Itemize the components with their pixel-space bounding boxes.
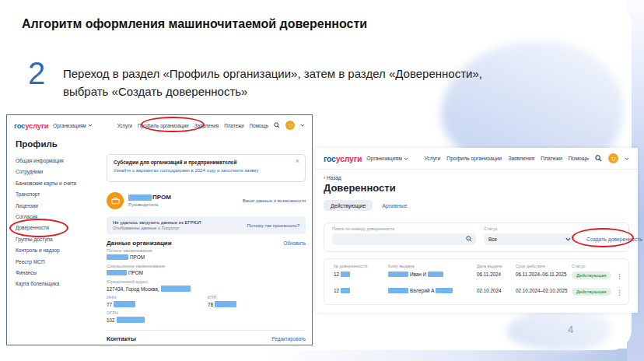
redacted-box [215, 301, 236, 307]
chevron-down-icon[interactable] [625, 157, 629, 160]
annotation-ellipse-powers [9, 219, 68, 237]
power-number: 12 [334, 272, 350, 277]
back-label: Назад [327, 175, 341, 180]
sidebar-item-finance[interactable]: Финансы [16, 270, 103, 281]
col-number: № доверенности [334, 264, 367, 268]
nav-applications[interactable]: Заявления [508, 156, 534, 161]
search-icon[interactable] [274, 122, 280, 128]
chevron-down-icon[interactable] [300, 124, 305, 127]
validity-period: 06.11.2024–06.11.2025 [516, 272, 567, 277]
status-field-label: Статус [484, 226, 576, 231]
redacted-box [114, 301, 135, 307]
audience-label: Организациям [53, 123, 86, 128]
audience-dropdown[interactable]: Организациям [366, 156, 408, 161]
field-label: ИНН [107, 295, 135, 300]
field-full-name: Полное наименование ПРОМ [107, 248, 152, 260]
org-name: ПРОМ [128, 194, 171, 201]
refresh-link[interactable]: Обновить [283, 240, 306, 246]
redacted-box [161, 286, 191, 292]
why-happened-link[interactable]: Почему так произошло? [247, 223, 300, 228]
tab-active-powers[interactable]: Действующие [324, 200, 373, 211]
logo-part-uslugi: услуги [336, 154, 362, 163]
status-badge: Действующая [572, 272, 611, 279]
sidebar-item-general-info[interactable]: Общая информация [16, 158, 103, 169]
nav-org-profile[interactable]: Профиль организации [446, 156, 502, 161]
issued-to: Валерий А [388, 288, 453, 293]
nav-services[interactable]: Услуги [424, 156, 440, 161]
field-inn: ИНН 77 [107, 295, 135, 307]
gosuslugi-logo[interactable]: госуслуги [14, 121, 48, 130]
field-label: Юридический адрес [107, 279, 191, 284]
sidebar-item-licenses[interactable]: Лицензии [16, 203, 103, 214]
banner-link[interactable]: Узнайте о вариантах господдержки в 2024 … [114, 168, 299, 173]
org-data-heading: Данные организации [107, 240, 172, 247]
search-field-label: Поиск по номеру доверенности [332, 226, 476, 231]
org-meta: ПРОМ Руководитель [128, 194, 171, 207]
tab-archived-powers[interactable]: Архивные [382, 203, 407, 209]
sidebar-item-msp-register[interactable]: Реестр МСП [16, 259, 103, 270]
chevron-down-icon [404, 157, 408, 160]
sidebar-item-control-supervision[interactable]: Контроль и надзор [16, 247, 103, 258]
audience-dropdown[interactable]: Организациям [53, 123, 92, 128]
close-icon[interactable]: × [296, 157, 299, 165]
subsidies-banner: Субсидии для организаций и предпринимате… [107, 154, 306, 182]
organization-card: ПРОМ Руководитель Ваши данные и возможно… [107, 188, 306, 213]
redacted-box [436, 288, 453, 293]
slide: Алгоритм оформления машиночитаемой довер… [0, 0, 644, 361]
power-number: 12 [334, 288, 350, 293]
nav-help[interactable]: Помощь [569, 156, 589, 161]
issue-date: 06.11.2024 [477, 272, 501, 277]
portal-header: госуслуги Организациям Услуги Профиль ор… [315, 148, 638, 170]
search-icon [466, 236, 472, 242]
field-legal-address: Юридический адрес 127434, Город Москва, [107, 279, 191, 292]
redacted-box [388, 288, 408, 293]
sidebar-item-bank-cards[interactable]: Банковские карты и счета [16, 180, 103, 191]
edit-link[interactable]: Редактировать [272, 336, 306, 342]
field-label: Сокращённое наименование [107, 264, 165, 268]
nav-services[interactable]: Услуги [117, 123, 132, 128]
nav-payments[interactable]: Платежи [224, 123, 244, 128]
page-title: Профиль [16, 139, 58, 149]
field-value: ПРОМ [128, 270, 143, 275]
sidebar-item-fan-card[interactable]: Карта болельщика [16, 281, 103, 292]
avatar-smiley-icon[interactable] [285, 121, 295, 130]
search-input[interactable] [332, 233, 476, 245]
sidebar-item-employees[interactable]: Сотрудники [16, 169, 103, 180]
annotation-ellipse-profile-org [141, 117, 205, 132]
page-title: Доверенности [324, 182, 396, 194]
sidebar-item-access-groups[interactable]: Группы доступа [16, 237, 103, 247]
your-data-link[interactable]: Ваши данные и возможности [243, 198, 306, 203]
kebab-menu-icon[interactable]: ⋮ [616, 289, 623, 296]
page-number: 4 [568, 324, 573, 335]
redacted-box [128, 195, 152, 201]
org-data-header: Данные организации Обновить [107, 240, 306, 247]
redacted-box [388, 272, 408, 277]
col-issue-date: Дата выдачи [477, 264, 502, 268]
field-value: ПРОМ [130, 254, 145, 260]
col-validity: Срок действия [516, 264, 545, 268]
portal-header: госуслуги Организациям Услуги Профиль ор… [7, 115, 312, 135]
nav-payments[interactable]: Платежи [541, 156, 562, 161]
status-select[interactable]: Все [484, 233, 576, 245]
validity-period: 02.10.2024–02.10.2025 [516, 288, 568, 293]
sidebar-item-transport[interactable]: Транспорт [16, 191, 103, 202]
portal-nav: Услуги Профиль организации Заявления Пла… [424, 153, 629, 163]
field-label: ОГРН [107, 310, 145, 315]
search-icon[interactable] [595, 155, 602, 162]
status-selected-value: Все [488, 237, 497, 242]
gosuslugi-logo[interactable]: госуслуги [324, 154, 362, 163]
back-link[interactable]: ‹ Назад [324, 175, 341, 180]
kebab-menu-icon[interactable]: ⋮ [616, 272, 623, 280]
audience-label: Организациям [366, 156, 402, 161]
issue-date: 02.10.2024 [477, 288, 502, 293]
notice-line1: Не удалось загрузить данные из ЕГРЮЛ [113, 220, 201, 225]
logo-part-uslugi: услуги [25, 121, 48, 130]
field-short-name: Сокращённое наименование ПРОМ [107, 264, 165, 275]
avatar-smiley-icon[interactable] [608, 153, 618, 163]
notice-text: Не удалось загрузить данные из ЕГРЮЛ Ото… [113, 220, 201, 231]
nav-help[interactable]: Помощь [250, 123, 268, 128]
logo-part-gos: гос [14, 121, 25, 130]
search-field-group: Поиск по номеру доверенности [332, 226, 476, 245]
field-value: 127434, Город Москва, [107, 286, 159, 292]
screenshot-powers-page: госуслуги Организациям Услуги Профиль ор… [315, 148, 638, 313]
